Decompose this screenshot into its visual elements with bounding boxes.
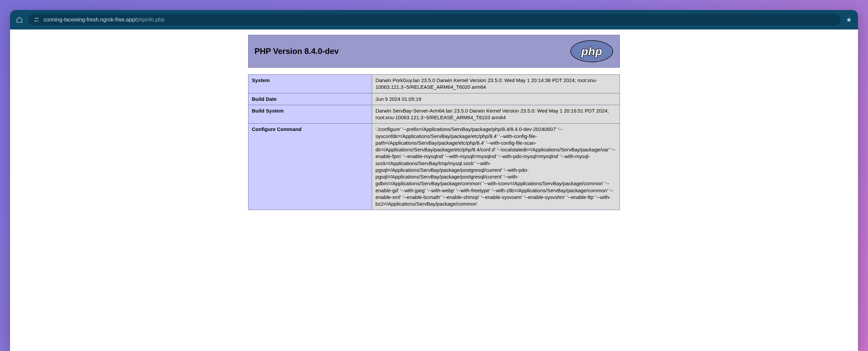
url-host: cunning-lacewing-fresh.ngrok-free.app/ xyxy=(43,17,136,23)
php-logo[interactable]: php xyxy=(570,40,614,63)
svg-point-1 xyxy=(36,18,38,19)
url-display: cunning-lacewing-fresh.ngrok-free.app/ph… xyxy=(43,17,164,23)
address-bar[interactable]: cunning-lacewing-fresh.ngrok-free.app/ph… xyxy=(28,14,841,26)
phpinfo-table: System Darwin PorkGuy.lan 23.5.0 Darwin … xyxy=(248,74,620,210)
home-icon[interactable] xyxy=(16,17,23,23)
row-value: Darwin PorkGuy.lan 23.5.0 Darwin Kernel … xyxy=(372,75,620,93)
row-label: Configure Command xyxy=(248,124,372,210)
table-row: System Darwin PorkGuy.lan 23.5.0 Darwin … xyxy=(248,75,620,93)
svg-rect-3 xyxy=(37,21,39,22)
svg-rect-2 xyxy=(38,18,39,19)
url-path: phpinfo.php xyxy=(136,17,164,23)
site-settings-icon[interactable] xyxy=(33,17,39,23)
svg-rect-0 xyxy=(34,18,36,19)
svg-point-4 xyxy=(35,21,36,22)
row-label: Build System xyxy=(248,105,372,124)
phpinfo-header: PHP Version 8.4.0-dev php xyxy=(248,35,620,68)
table-row: Configure Command './configure' '--prefi… xyxy=(248,124,620,210)
row-value: Darwin ServBay-Server-Arm64.lan 23.5.0 D… xyxy=(372,105,620,124)
browser-window: cunning-lacewing-fresh.ngrok-free.app/ph… xyxy=(10,10,858,351)
table-row: Build System Darwin ServBay-Server-Arm64… xyxy=(248,105,620,124)
page-content: PHP Version 8.4.0-dev php System Darwin … xyxy=(10,29,858,351)
phpinfo-container: PHP Version 8.4.0-dev php System Darwin … xyxy=(245,35,623,210)
browser-chrome: cunning-lacewing-fresh.ngrok-free.app/ph… xyxy=(10,10,858,29)
row-value: Jun 9 2024 01:05:19 xyxy=(372,93,620,105)
svg-rect-5 xyxy=(34,21,35,22)
row-value: './configure' '--prefix=/Applications/Se… xyxy=(372,124,620,210)
favorite-icon[interactable]: ★ xyxy=(846,16,852,24)
table-row: Build Date Jun 9 2024 01:05:19 xyxy=(248,93,620,105)
row-label: Build Date xyxy=(248,93,372,105)
row-label: System xyxy=(248,75,372,93)
phpinfo-title: PHP Version 8.4.0-dev xyxy=(254,46,339,56)
svg-text:php: php xyxy=(581,45,602,58)
